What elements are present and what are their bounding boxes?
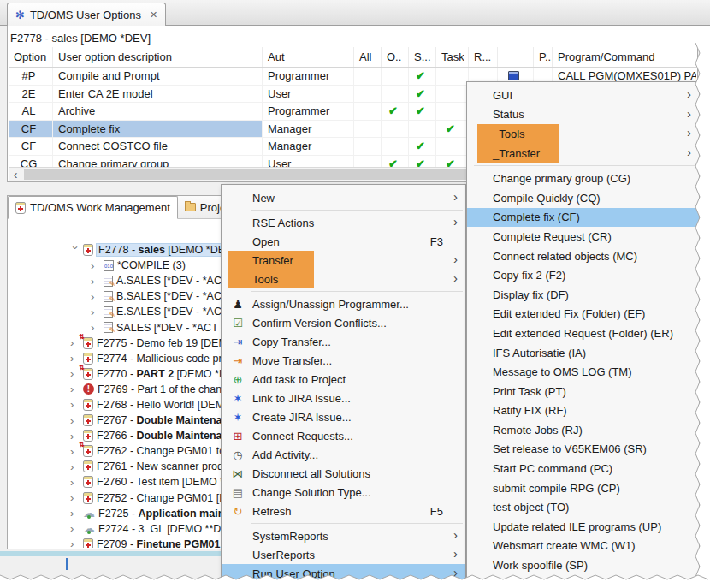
tree-label-text: F2725 - xyxy=(98,508,139,520)
menu-item-transfer[interactable]: _Transfer› xyxy=(467,144,699,163)
chevron-icon[interactable]: › xyxy=(70,431,81,441)
fix-jar-transfer-icon xyxy=(83,368,93,380)
chevron-icon[interactable]: › xyxy=(91,323,102,332)
tree-item-label: F2768 - Hello World! [DEM xyxy=(97,399,224,411)
chevron-icon[interactable]: › xyxy=(70,400,81,409)
menu-item-label: Connect related objects (MC) xyxy=(493,250,637,263)
menu-item-submit-compile-rpg-cp[interactable]: submit compile RPG (CP) xyxy=(467,478,699,498)
column-header-p[interactable]: P... xyxy=(534,47,553,67)
tab-work-management[interactable]: TD/OMS Work Management xyxy=(8,196,178,219)
menu-item-systemreports[interactable]: SystemReports› xyxy=(222,526,465,545)
menu-item-tools[interactable]: _Tools› xyxy=(467,124,699,144)
menu-item-new[interactable]: New› xyxy=(222,188,465,207)
chevron-icon[interactable]: › xyxy=(71,246,80,257)
tree-item-label: A.SALES [*DEV - *ACT xyxy=(116,275,228,287)
chevron-icon[interactable]: › xyxy=(91,307,102,317)
menu-item-compile-quickly-cq[interactable]: Compile Quickly (CQ) xyxy=(467,188,699,208)
column-header-s[interactable]: S... xyxy=(409,47,436,67)
tree-label-text: F2769 - Part 1 of the chang xyxy=(98,383,228,395)
menu-item-connect-requests[interactable]: ⊞Connect Requests... xyxy=(222,426,465,445)
chevron-icon[interactable]: › xyxy=(91,261,102,270)
gui-window-icon xyxy=(508,71,519,80)
move-transfer-icon: ⇥ xyxy=(229,354,246,367)
column-header-user-option-description[interactable]: User option description xyxy=(53,47,263,67)
menu-item-websmart-create-wmc-w1[interactable]: Websmart create WMC (W1) xyxy=(467,537,699,556)
submenu-arrow-icon: › xyxy=(453,252,458,266)
menu-item-change-solution-type[interactable]: ▤Change Solution Type... xyxy=(222,483,465,502)
menu-item-connect-related-objects-mc[interactable]: Connect related objects (MC) xyxy=(467,246,699,266)
chevron-icon[interactable]: › xyxy=(70,384,81,394)
menu-item-label: Tools xyxy=(252,273,278,286)
close-icon[interactable]: ✕ xyxy=(150,9,157,21)
tree-label-text: F2767 - xyxy=(97,414,137,426)
menu-item-complete-fix-cf[interactable]: Complete fix (CF) xyxy=(467,208,699,228)
chevron-icon[interactable]: › xyxy=(70,508,81,518)
fix-jar-icon xyxy=(83,492,93,504)
column-header-o[interactable]: O.. xyxy=(382,47,409,67)
menu-item-change-primary-group-cg[interactable]: Change primary group (CG) xyxy=(467,169,699,188)
column-header-task[interactable]: Task xyxy=(436,47,469,67)
menu-item-start-pc-command-pc[interactable]: Start PC command (PC) xyxy=(467,459,699,478)
menu-item-rse-actions[interactable]: RSE Actions› xyxy=(222,213,465,232)
menu-item-gui[interactable]: GUI› xyxy=(467,86,699,105)
menu-item-test-object-to[interactable]: test object (TO) xyxy=(467,497,699,517)
chevron-icon[interactable]: › xyxy=(70,539,81,548)
menu-item-label: UserReports xyxy=(252,549,315,561)
menu-item-confirm-version-conflicts[interactable]: ☑Confirm Version Conflicts... xyxy=(222,313,465,332)
column-header-all[interactable]: All xyxy=(354,47,382,67)
chevron-icon[interactable]: › xyxy=(91,292,102,301)
menu-item-work-spoolfile-sp[interactable]: Work spoolfile (SP) xyxy=(467,555,699,575)
check-cell-o xyxy=(382,68,409,85)
menu-item-create-jira-issue[interactable]: ✶Create JIRA Issue... xyxy=(222,407,465,426)
submenu-arrow-icon: › xyxy=(687,87,691,102)
tree-label-text: F2774 - Mallicious code pr xyxy=(97,353,222,365)
tree-item-label: SALES [*DEV - *ACT - P xyxy=(116,322,234,334)
chevron-icon[interactable]: › xyxy=(70,478,81,487)
fix-jar-icon xyxy=(83,414,93,426)
menu-item-edit-extended-request-folder-er[interactable]: Edit extended Request (Folder) (ER) xyxy=(467,324,699,343)
column-header-item[interactable] xyxy=(498,47,534,67)
menu-item-disconnect-all-solutions[interactable]: ⋈Disconnect all Solutions xyxy=(222,464,465,483)
menu-item-message-to-oms-log-tm[interactable]: Message to OMS LOG (TM) xyxy=(467,362,699,382)
chevron-icon[interactable]: › xyxy=(70,493,81,502)
tab-tdoms-user-options[interactable]: ✻ TD/OMS User Options ✕ xyxy=(7,3,166,26)
chevron-icon[interactable]: › xyxy=(70,524,81,533)
column-header-r[interactable]: R... xyxy=(469,47,498,67)
menu-shortcut: F3 xyxy=(430,235,443,248)
table-header-row: OptionUser option descriptionAutAllO..S.… xyxy=(9,47,696,68)
scroll-left-icon[interactable]: ‹ xyxy=(9,169,22,180)
menu-item-tools[interactable]: Tools› xyxy=(222,270,465,288)
menu-item-remote-jobs-rj[interactable]: Remote Jobs (RJ) xyxy=(467,420,699,440)
menu-item-complete-request-cr[interactable]: Complete Request (CR) xyxy=(467,227,699,246)
tree-label-text: SALES [*DEV - *ACT - P xyxy=(116,322,234,334)
menu-item-copy-transfer[interactable]: ⇥Copy Transfer... xyxy=(222,332,465,351)
menu-item-set-release-to-v65kem06-sr[interactable]: Set release to V65KEM06 (SR) xyxy=(467,440,699,460)
menu-item-refresh[interactable]: ↻RefreshF5 xyxy=(222,502,465,520)
menu-item-ratify-fix-rf[interactable]: Ratify FIX (RF) xyxy=(467,401,699,421)
menu-item-status[interactable]: Status› xyxy=(467,105,699,125)
menu-item-update-related-ile-programs-up[interactable]: Update related ILE programs (UP) xyxy=(467,517,699,537)
menu-item-userreports[interactable]: UserReports› xyxy=(222,545,465,564)
menu-item-assign-unassign-programmer[interactable]: ♟Assign/Unassign Programmer... xyxy=(222,294,465,313)
menu-item-ifs-autorisatie-ia[interactable]: IFS Autorisatie (IA) xyxy=(467,343,699,363)
check-cell-s: ✔ xyxy=(409,86,436,103)
menu-item-open[interactable]: OpenF3 xyxy=(222,232,465,251)
column-header-option[interactable]: Option xyxy=(9,47,53,67)
menu-item-add-activity[interactable]: ◷Add Activity... xyxy=(222,445,465,464)
menu-item-link-to-jira-issue[interactable]: ✶Link to JIRA Issue... xyxy=(222,389,465,407)
chevron-icon[interactable]: › xyxy=(91,276,102,286)
chevron-icon[interactable]: › xyxy=(70,353,81,363)
scrollbar-thumb[interactable] xyxy=(24,169,469,180)
menu-item-print-task-pt[interactable]: Print Task (PT) xyxy=(467,382,699,401)
menu-item-transfer[interactable]: Transfer› xyxy=(222,251,465,270)
chevron-icon[interactable]: › xyxy=(70,462,81,472)
menu-item-move-transfer[interactable]: ⇥Move Transfer... xyxy=(222,351,465,370)
chevron-icon[interactable]: › xyxy=(70,416,81,425)
menu-item-copy-fix-2-f2[interactable]: Copy fix 2 (F2) xyxy=(467,265,699,285)
column-header-aut[interactable]: Aut xyxy=(263,47,354,67)
menu-item-display-fix-df[interactable]: Display fix (DF) xyxy=(467,285,699,305)
menu-separator xyxy=(251,523,463,524)
menu-item-edit-extended-fix-folder-ef[interactable]: Edit extended Fix (Folder) (EF) xyxy=(467,305,699,324)
column-header-program-command[interactable]: Program/Command xyxy=(553,47,696,67)
menu-item-add-task-to-project[interactable]: ⊕Add task to Project xyxy=(222,370,465,389)
